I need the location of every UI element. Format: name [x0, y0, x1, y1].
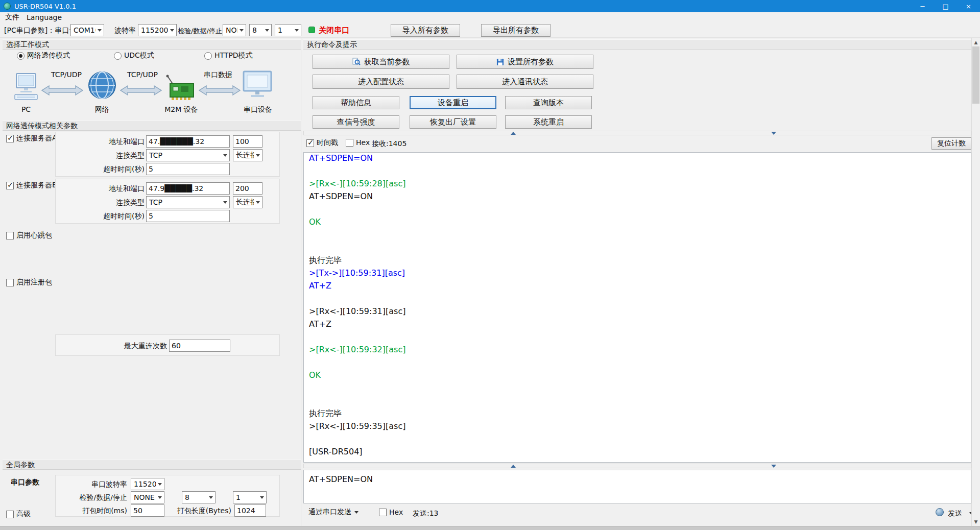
link-arrow-icon: [199, 85, 241, 98]
global-baud-select[interactable]: 115200: [131, 478, 164, 490]
radio-icon: [204, 52, 212, 60]
menu-language[interactable]: Language: [27, 13, 62, 21]
checkbox-icon: [6, 135, 14, 142]
server-b-timeout-input[interactable]: [146, 210, 230, 222]
server-a-timeout-input[interactable]: [146, 163, 230, 175]
server-b-mode-select[interactable]: 长连接: [233, 196, 262, 208]
server-b-type-select[interactable]: TCP: [146, 196, 230, 208]
server-a-mode-select[interactable]: 长连接: [233, 149, 262, 161]
server-b-address-input[interactable]: [146, 182, 230, 195]
mode-transparent-radio[interactable]: 网络透传模式: [17, 51, 70, 60]
command-panel-header: 执行命令及提示: [303, 39, 971, 50]
global-databits-select[interactable]: 8: [182, 491, 216, 503]
query-version-button[interactable]: 查询版本: [505, 96, 592, 109]
chevron-down-icon: [221, 197, 229, 208]
server-b-port-input[interactable]: [233, 182, 262, 195]
log-top-splitter[interactable]: [303, 131, 971, 135]
parity-select[interactable]: NONE: [223, 24, 246, 36]
collapse-up-icon[interactable]: [511, 132, 516, 135]
menu-file[interactable]: 文件: [5, 13, 19, 22]
server-b-type-label: 连接类型: [56, 196, 145, 208]
save-icon: [496, 58, 504, 66]
collapse-down-icon[interactable]: [771, 465, 776, 468]
get-current-params-button[interactable]: 获取当前参数: [313, 55, 449, 69]
log-line: [309, 432, 966, 445]
chevron-down-icon: [258, 492, 266, 503]
chevron-down-icon: [168, 25, 176, 36]
enter-comm-state-button[interactable]: 进入通讯状态: [457, 75, 593, 89]
receive-hex-checkbox[interactable]: Hex: [346, 138, 370, 147]
scroll-up-icon[interactable]: ▲: [972, 38, 980, 46]
left-panel: 选择工作模式 网络透传模式 UDC模式 HTTPD模式 TCP/UDP TCP/…: [3, 38, 301, 526]
reconnect-input[interactable]: [169, 340, 230, 352]
maximize-button[interactable]: □: [934, 0, 957, 12]
log-line: [309, 330, 966, 343]
close-port-button[interactable]: 关闭串口: [319, 26, 349, 35]
register-packet-checkbox[interactable]: 启用注册包: [6, 278, 52, 287]
log-line: >[Tx->][10:59:31][asc]: [309, 267, 966, 279]
enter-config-state-button[interactable]: 进入配置状态: [313, 75, 449, 89]
reset-counter-button[interactable]: 复位计数: [931, 137, 971, 150]
pc-node-label: PC: [14, 105, 38, 113]
import-params-button[interactable]: 导入所有参数: [391, 24, 460, 37]
chevron-down-icon: [95, 25, 104, 36]
reconnect-label: 最大重连次数: [56, 340, 167, 352]
stopbits-select[interactable]: 1: [275, 24, 301, 36]
databits-select[interactable]: 8: [249, 24, 272, 36]
system-restart-button[interactable]: 系统重启: [505, 115, 592, 129]
global-parity-select[interactable]: NONE: [131, 491, 164, 503]
vertical-scrollbar[interactable]: ▲ ▼: [971, 38, 980, 526]
net-params-header: 网络透传模式相关参数: [3, 121, 301, 131]
baud-select[interactable]: 115200: [138, 24, 177, 36]
app-logo-icon: [4, 3, 11, 10]
server-a-port-input[interactable]: [233, 135, 262, 148]
checkbox-icon: [6, 279, 14, 286]
export-params-button[interactable]: 导出所有参数: [481, 24, 551, 37]
receive-count: 接收:1405: [372, 139, 407, 149]
toolbar: [PC串口参数]：串口号 COM10 波特率 115200 检验/数据/停止 N…: [0, 22, 980, 38]
heartbeat-checkbox[interactable]: 启用心跳包: [6, 231, 52, 240]
send-top-splitter[interactable]: [303, 464, 971, 468]
send-input[interactable]: AT+SDPEN=ON: [303, 470, 971, 503]
radio-icon: [114, 52, 122, 60]
global-stopbits-select[interactable]: 1: [233, 491, 267, 503]
com-port-select[interactable]: COM10: [70, 24, 104, 36]
log-line: [309, 228, 966, 241]
send-hex-checkbox[interactable]: Hex: [379, 508, 403, 516]
serial-params-label: 串口参数: [11, 478, 39, 487]
pc-serial-port-label: [PC串口参数]：串口号: [4, 26, 76, 35]
minimize-button[interactable]: ─: [911, 0, 934, 12]
log-line: [309, 394, 966, 407]
server-b-checkbox[interactable]: 连接服务器B: [6, 181, 57, 190]
packlen-input[interactable]: [234, 504, 266, 517]
packtime-input[interactable]: [131, 504, 164, 517]
send-button[interactable]: 发送: [948, 509, 962, 518]
collapse-up-icon[interactable]: [511, 465, 516, 468]
advanced-checkbox[interactable]: 高级: [6, 510, 31, 519]
server-a-checkbox[interactable]: 连接服务器A: [6, 134, 57, 143]
close-button[interactable]: ×: [957, 0, 980, 12]
set-all-params-button[interactable]: 设置所有参数: [457, 55, 593, 69]
receive-log[interactable]: AT+SDPEN=ON >[Rx<-][10:59:28][asc]AT+SDP…: [303, 152, 971, 463]
factory-reset-button[interactable]: 恢复出厂设置: [410, 115, 496, 129]
mode-httpd-radio[interactable]: HTTPD模式: [204, 51, 253, 60]
chevron-down-icon: [156, 478, 164, 490]
send-via-serial-button[interactable]: 通过串口发送: [308, 508, 358, 517]
help-info-button[interactable]: 帮助信息: [313, 96, 399, 109]
query-signal-strength-button[interactable]: 查信号强度: [313, 115, 399, 129]
baud-label: 波特率: [114, 26, 136, 35]
checkbox-icon: [6, 182, 14, 189]
server-a-address-input[interactable]: [146, 135, 230, 148]
m2m-node-label: M2M 设备: [156, 105, 207, 114]
timestamp-checkbox[interactable]: 时间戳: [306, 138, 338, 148]
scroll-down-icon[interactable]: ▼: [972, 517, 980, 526]
reconnect-panel: 最大重连次数: [55, 334, 280, 356]
scrollbar-thumb[interactable]: [972, 46, 979, 104]
mode-udc-radio[interactable]: UDC模式: [114, 51, 154, 60]
work-mode-header: 选择工作模式: [3, 39, 301, 50]
link1-label: TCP/UDP: [49, 70, 84, 79]
device-restart-button[interactable]: 设备重启: [410, 96, 496, 109]
collapse-down-icon[interactable]: [771, 132, 776, 135]
server-a-type-select[interactable]: TCP: [146, 149, 230, 161]
log-line: AT+SDPEN=ON: [309, 190, 966, 203]
